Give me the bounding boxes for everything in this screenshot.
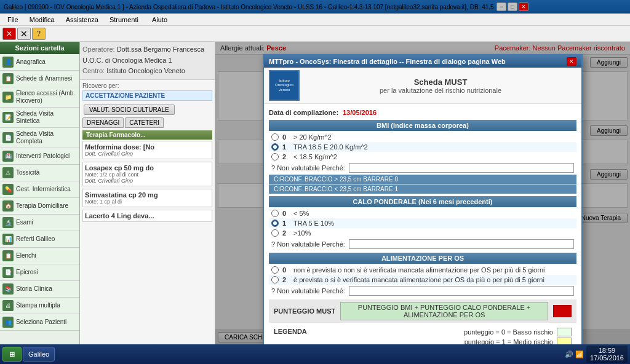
back-toolbar-btn[interactable]: ✕ — [17, 28, 31, 40]
tab-cateteri[interactable]: CATETERI — [125, 117, 164, 128]
recovery-label: Ricovero per: — [82, 82, 212, 89]
valut-btn[interactable]: VALUT. SOCIO CULTURALE — [84, 105, 175, 115]
menu-modifica[interactable]: Modifica — [25, 15, 60, 25]
operator-info-panel: Operatore: Dott.ssa Bergamo Francesca U.… — [80, 42, 215, 80]
calo-option-1[interactable]: 1 TRA 5 E 10% — [269, 218, 576, 228]
sidebar-label-visita-sint: Scheda Visita Sintetica — [16, 110, 77, 125]
alim-nota-input[interactable] — [349, 286, 574, 296]
start-button[interactable]: ⊞ — [2, 347, 22, 362]
taskbar-galileo-btn[interactable]: Galileo — [23, 347, 55, 362]
sidebar-item-storia[interactable]: 📚 Storia Clinica — [0, 281, 79, 298]
storia-icon: 📚 — [2, 283, 14, 295]
sidebar-item-tossicita[interactable]: ⚠ Tossicità — [0, 165, 79, 181]
bmi-option-0[interactable]: 0 > 20 Kg/m^2 — [269, 132, 576, 142]
drug-name-1: Losapex cp 50 mg do — [85, 164, 210, 172]
bmi-option-1[interactable]: 1 TRA 18.5 E 20.0 Kg/m^2 — [269, 142, 576, 152]
bmi-option-2[interactable]: 2 < 18.5 Kg/m^2 — [269, 152, 576, 162]
content-area: Sezioni cartella 👤 Anagrafica 📋 Schede d… — [0, 42, 630, 344]
bmi-radio-1[interactable] — [271, 143, 279, 151]
menu-aiuto[interactable]: Aiuto — [147, 15, 172, 25]
sidebar-label-terapia-dom: Terapia Domiciliare — [16, 202, 68, 210]
alim-section-header: ALIMENTAZIONE PER OS — [269, 253, 576, 264]
bmi-radio-2[interactable] — [271, 153, 279, 160]
visita-sint-icon: 📝 — [2, 112, 14, 123]
calo-option-2[interactable]: 2 >10% — [269, 228, 576, 238]
alim-text-1: è prevista o si è verificata mancata ali… — [293, 276, 574, 283]
menu-file[interactable]: File — [2, 15, 23, 25]
calo-option-0[interactable]: 0 < 5% — [269, 208, 576, 218]
recovery-value[interactable]: ACCETTAZIONE PAZIENTE — [82, 90, 212, 101]
drug-entry-2[interactable]: Simvastatina cp 20 mg Note: 1 cp al di — [82, 189, 212, 207]
sidebar-item-anagrafica[interactable]: 👤 Anagrafica — [0, 54, 79, 71]
sidebar-label-epicrosi: Epicrosi — [16, 269, 38, 276]
sidebar-item-interventi[interactable]: 🏥 Interventi Patologici — [0, 148, 79, 165]
maximize-btn[interactable]: □ — [508, 2, 517, 11]
minimize-btn[interactable]: − — [496, 2, 506, 11]
visita-comp-icon: 📄 — [2, 132, 14, 143]
tabs-row: DRENAGGI CATETERI — [82, 117, 212, 128]
bmi-nota-input[interactable] — [349, 163, 574, 173]
sidebar-item-stampa[interactable]: 🖨 Stampa multipla — [0, 298, 79, 314]
modal-title-text: MTTpro - OncoSys: Finestra di dettaglio … — [269, 58, 506, 65]
sidebar-item-epicrosi[interactable]: 📑 Epicrosi — [0, 264, 79, 281]
sidebar-item-terapia-dom[interactable]: 🏠 Terapia Domiciliare — [0, 198, 79, 215]
menu-strumenti[interactable]: Strumenti — [105, 15, 143, 25]
bmi-radio-0[interactable] — [271, 133, 279, 141]
modal-heading: Scheda MUST per la valutazione del risch… — [305, 77, 576, 94]
bmi-text-1: TRA 18.5 E 20.0 Kg/m^2 — [293, 143, 574, 151]
sidebar-item-visita-completa[interactable]: 📄 Scheda Visita Completa — [0, 128, 79, 148]
operator-name: Dott.ssa Bergamo Francesca — [117, 46, 204, 53]
modal-heading-sub: per la valutazione del rischio nutrizion… — [305, 87, 576, 94]
drug-entry-1[interactable]: Losapex cp 50 mg do Note: 1/2 cp al di c… — [82, 162, 212, 186]
anamnesi-icon: 📋 — [2, 73, 14, 84]
legenda-section: LEGENDA punteggio = 0 = Basso rischio pu… — [269, 325, 576, 344]
calo-radio-2[interactable] — [271, 229, 279, 237]
modal-close-btn[interactable]: ✕ — [567, 57, 576, 66]
sidebar-item-anamnesi[interactable]: 📋 Schede di Anamnesi — [0, 71, 79, 87]
calo-radio-1[interactable] — [271, 220, 279, 227]
drug-entry-3[interactable]: Lacerto 4 Ling deva... — [82, 210, 212, 222]
sidebar-scroll[interactable]: 👤 Anagrafica 📋 Schede di Anamnesi 📁 Elen… — [0, 54, 79, 344]
alim-radio-0[interactable] — [271, 266, 279, 274]
calo-num-2: 2 — [282, 229, 290, 237]
sidebar-item-infermieristica[interactable]: 💊 Gest. Infermieristica — [0, 181, 79, 198]
sidebar-item-elenchi[interactable]: 📋 Elenchi — [0, 248, 79, 264]
help-toolbar-btn[interactable]: ? — [32, 28, 46, 40]
elenchi-icon: 📋 — [2, 250, 14, 261]
drug-doctor-1: Dott. Crivellari Gino — [85, 178, 210, 184]
center-value: Istituto Oncologico Veneto — [106, 67, 185, 74]
title-bar: Galileo [ 090900 - IOV Oncologia Medica … — [0, 0, 630, 14]
taskbar-right: 🔊 📶 18:59 17/05/2016 — [565, 346, 628, 363]
drug-entry-0[interactable]: Metformina dose: [No Dott. Crivellari Gi… — [82, 141, 212, 159]
sidebar-item-seleziona[interactable]: 👥 Seleziona Pazienti — [0, 314, 79, 331]
sidebar-item-referti[interactable]: 📊 Referti Galileo — [0, 231, 79, 248]
clock-display: 18:59 17/05/2016 — [586, 346, 628, 363]
close-toolbar-btn[interactable]: ✕ — [2, 28, 16, 40]
modal-heading-title: Scheda MUST — [305, 77, 576, 87]
sidebar-item-esami[interactable]: 🔬 Esami — [0, 215, 79, 231]
tab-drenaggi[interactable]: DRENAGGI — [82, 117, 124, 128]
alim-option-0[interactable]: 0 non è prevista o non si è verificata m… — [269, 265, 576, 275]
sidebar-item-visita-sintetica[interactable]: 📝 Scheda Visita Sintetica — [0, 108, 79, 128]
drug-name-2: Simvastatina cp 20 mg — [85, 191, 210, 199]
logo-text: IstitutoOncologicoVeneto — [275, 79, 293, 92]
calo-radio-0[interactable] — [271, 210, 279, 217]
calo-nota-row: ? Non valutabile Perché: — [269, 238, 576, 250]
alim-option-1[interactable]: 2 è prevista o si è verificata mancata a… — [269, 275, 576, 285]
legenda-row-1: punteggio = 1 = Medio rischio — [312, 338, 572, 344]
menu-assistenza[interactable]: Assistenza — [61, 15, 103, 25]
menu-bar: File Modifica Assistenza Strumenti Aiuto — [0, 14, 630, 26]
stampa-icon: 🖨 — [2, 300, 14, 311]
alim-radio-1[interactable] — [271, 276, 279, 283]
sidebar-label-tossicita: Tossicità — [16, 169, 39, 176]
dept-label: U.O.C. di Oncologia Medica 1 — [82, 55, 212, 66]
legenda-color-1 — [557, 338, 572, 344]
close-window-btn[interactable]: ✕ — [519, 2, 528, 11]
bmi-text-0: > 20 Kg/m^2 — [293, 133, 574, 141]
calo-nota-input[interactable] — [349, 239, 574, 249]
calo-nota-label: ? Non valutabile Perché: — [271, 240, 345, 248]
referti-icon: 📊 — [2, 234, 14, 245]
bmi-nota-label: ? Non valutabile Perché: — [271, 164, 345, 172]
sidebar-item-elenco-accessi[interactable]: 📁 Elenco accessi (Amb. Ricovero) — [0, 87, 79, 108]
inferm-icon: 💊 — [2, 184, 14, 195]
